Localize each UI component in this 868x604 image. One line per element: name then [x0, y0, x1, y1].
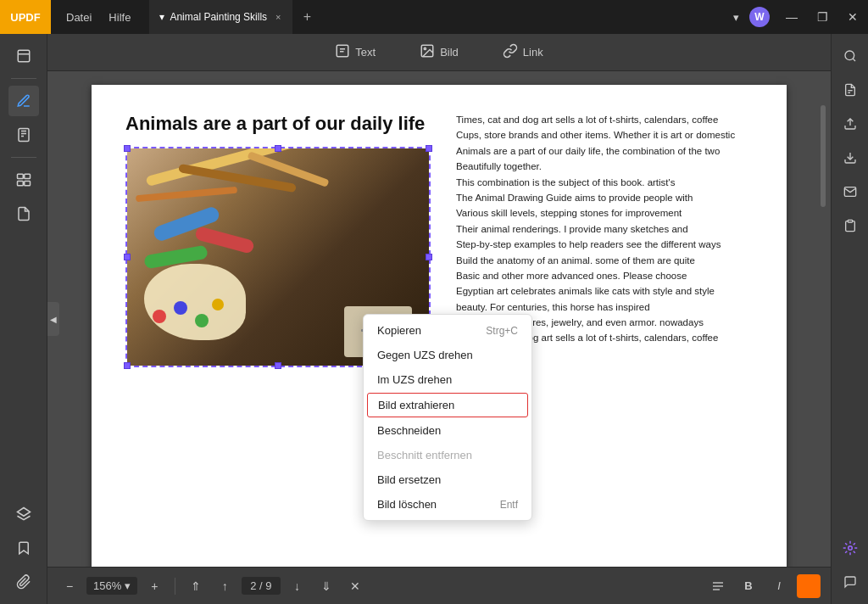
nav-top-button[interactable]: ⇑ [184, 574, 208, 598]
ctx-kopieren[interactable]: Kopieren Strg+C [364, 318, 531, 343]
ctx-bild-loeschen[interactable]: Bild löschen Entf [364, 492, 531, 517]
nav-up-button[interactable]: ↑ [213, 574, 236, 598]
toolbar-text-item[interactable]: Text [326, 40, 384, 65]
ctx-beschneiden[interactable]: Beschneiden [364, 418, 531, 443]
zoom-display[interactable]: 156% ▾ [86, 577, 137, 595]
sidebar-organize-icon[interactable] [8, 165, 39, 195]
sidebar-divider-1 [11, 78, 36, 79]
right-text-line: Cups, store brands and other items. Whet… [456, 127, 753, 143]
ctx-bild-ersetzen[interactable]: Bild ersetzen [364, 467, 531, 492]
right-sidebar [831, 34, 868, 604]
sidebar-divider-2 [11, 157, 36, 158]
toolbar-bild-item[interactable]: Bild [411, 40, 467, 65]
right-clipboard-icon[interactable] [835, 210, 865, 241]
tab-title: Animal Painting Skills [170, 11, 267, 23]
bold-button[interactable]: B [736, 574, 761, 598]
zoom-plus-button[interactable]: + [142, 574, 166, 598]
pdf-left-column: Animals are a part of our daily life [125, 112, 439, 567]
close-nav-button[interactable]: ✕ [343, 574, 367, 598]
sidebar-extract-icon[interactable] [8, 199, 39, 229]
menu-hilfe[interactable]: Hilfe [100, 8, 139, 27]
active-tab[interactable]: ▾ Animal Painting Skills × [149, 0, 292, 34]
handle-top-left[interactable] [124, 145, 131, 152]
sidebar-annotate-icon[interactable] [8, 86, 39, 116]
ctx-gegen-label: Gegen UZS drehen [377, 349, 473, 361]
right-mail-icon[interactable] [835, 176, 865, 207]
sidebar-bookmark-icon[interactable] [8, 533, 39, 563]
app-logo: UPDF [0, 0, 51, 34]
svg-rect-7 [24, 174, 30, 178]
handle-mid-left[interactable] [124, 254, 131, 260]
sidebar-attachment-icon[interactable] [8, 567, 39, 597]
right-text-line: Beautifully together. [456, 159, 753, 174]
right-export-icon[interactable] [835, 143, 865, 173]
right-text-line: Basic and other more advanced ones. Plea… [456, 268, 753, 283]
right-text-line: Their animal renderings. I provide many … [456, 221, 753, 237]
right-ai-icon[interactable] [835, 533, 865, 563]
toolbar-bild-label: Bild [440, 46, 459, 59]
toolbar-link-item[interactable]: Link [494, 40, 552, 65]
maximize-button[interactable]: ❐ [807, 0, 837, 34]
dropdown-arrow[interactable]: ▾ [726, 8, 746, 27]
right-text-line: beauty. For centuries, this horse has in… [456, 299, 753, 315]
italic-button[interactable]: I [766, 574, 792, 598]
sidebar-edit-icon[interactable] [8, 41, 39, 71]
link-icon [503, 43, 518, 62]
nav-down-button[interactable]: ↓ [286, 574, 309, 598]
right-ocr-icon[interactable] [835, 75, 865, 105]
user-avatar[interactable]: W [749, 7, 770, 27]
right-text-line: The Animal Drawing Guide aims to provide… [456, 190, 753, 205]
handle-bottom-mid[interactable] [275, 362, 281, 369]
handle-top-mid[interactable] [275, 145, 281, 152]
nav-bottom-button[interactable]: ⇓ [314, 574, 338, 598]
svg-rect-0 [18, 50, 30, 62]
pdf-view: ◀ Animals are a part of our daily life [47, 71, 831, 567]
svg-rect-8 [17, 182, 23, 186]
sidebar-layers-icon[interactable] [8, 499, 39, 529]
left-collapse-arrow[interactable]: ◀ [47, 302, 59, 336]
tab-arrow: ▾ [159, 11, 164, 23]
left-sidebar [0, 34, 47, 604]
menu-datei[interactable]: Datei [58, 8, 100, 27]
right-import-icon[interactable] [835, 109, 865, 139]
handle-top-right[interactable] [426, 145, 432, 152]
pdf-right-text: Times, cat and dog art sells a lot of t-… [456, 112, 753, 346]
svg-rect-6 [17, 174, 23, 178]
svg-point-19 [845, 51, 854, 60]
bild-icon [420, 43, 435, 62]
title-bar-right: ▾ W [726, 7, 776, 27]
ctx-bild-extrahieren[interactable]: Bild extrahieren [367, 393, 528, 417]
zoom-minus-button[interactable]: − [58, 574, 81, 598]
zoom-value: 156% [93, 579, 121, 592]
handle-bottom-left[interactable] [124, 362, 131, 369]
right-text-line: Step-by-step examples to help readers se… [456, 237, 753, 252]
right-text-line: Various skill levels, stepping stones fo… [456, 205, 753, 221]
right-text-line: Egyptian art celebrates animals like cat… [456, 283, 753, 299]
window-controls: — ❐ ✕ [776, 0, 868, 34]
ctx-ersetzen-label: Bild ersetzen [377, 473, 441, 486]
minimize-button[interactable]: — [776, 0, 807, 34]
right-search-icon[interactable] [835, 41, 865, 71]
add-tab-button[interactable]: + [296, 5, 320, 29]
right-text-line: Build the anatomy of an animal. some of … [456, 253, 753, 268]
ctx-kopieren-shortcut: Strg+C [486, 325, 518, 337]
ctx-beschnitt-entfernen: Beschnitt entfernen [364, 443, 531, 467]
title-bar: UPDF Datei Hilfe ▾ Animal Painting Skill… [0, 0, 868, 34]
color-picker-button[interactable] [797, 574, 821, 598]
ctx-gegen-uzs[interactable]: Gegen UZS drehen [364, 343, 531, 367]
pdf-page-title: Animals are a part of our daily life [125, 112, 439, 137]
handle-mid-right[interactable] [426, 254, 432, 260]
right-comment-icon[interactable] [835, 567, 865, 597]
ctx-beschneiden-label: Beschneiden [377, 424, 441, 437]
ctx-kopieren-label: Kopieren [377, 324, 421, 337]
ctx-beschnitt-label: Beschnitt entfernen [377, 449, 472, 461]
scroll-thumb[interactable] [821, 105, 826, 207]
pdf-page-1: Animals are a part of our daily life [92, 85, 787, 567]
text-icon [335, 43, 350, 62]
align-button[interactable] [705, 574, 731, 598]
ctx-im-uzs[interactable]: Im UZS drehen [364, 367, 531, 392]
close-button[interactable]: ✕ [837, 0, 868, 34]
ctx-loeschen-label: Bild löschen [377, 498, 437, 511]
sidebar-pages-icon[interactable] [8, 120, 39, 150]
tab-close-button[interactable]: × [275, 12, 281, 22]
